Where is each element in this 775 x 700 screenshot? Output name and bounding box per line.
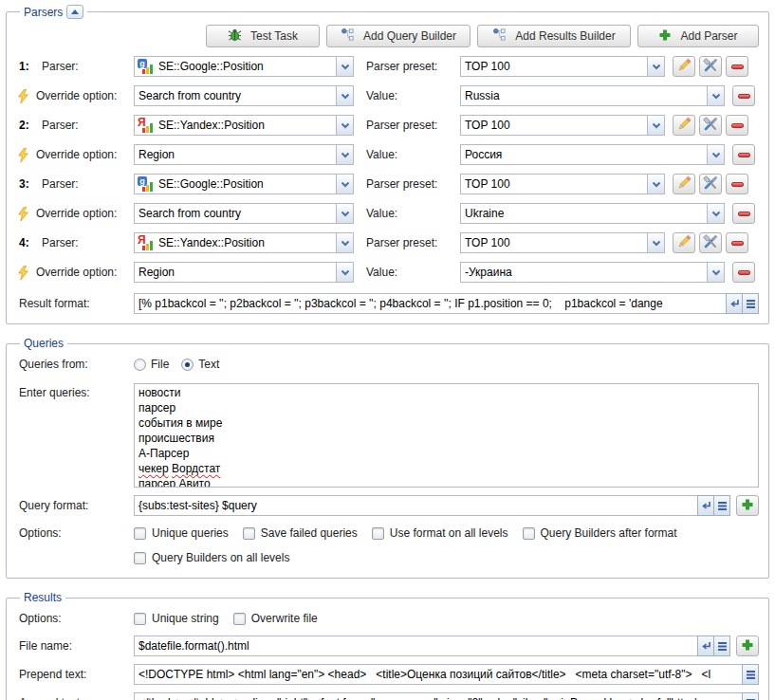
collapse-parsers-button[interactable]	[66, 5, 83, 19]
parser-preset-value: TOP 100	[461, 177, 647, 191]
override-value-select[interactable]: Ukraine	[460, 203, 725, 224]
add-parser-button[interactable]: Add Parser	[637, 25, 759, 47]
remove-parser-button[interactable]	[726, 115, 748, 136]
radio-text[interactable]: Text	[181, 358, 219, 371]
result-format-input[interactable]	[134, 293, 727, 314]
override-option-select[interactable]: Search from country	[134, 85, 354, 106]
parser-preset-select[interactable]: TOP 100	[460, 174, 665, 194]
override-option-select[interactable]: Region	[134, 262, 354, 283]
chevron-down-icon[interactable]	[336, 145, 353, 164]
return-arrow-icon[interactable]	[726, 293, 743, 314]
append-text-input[interactable]	[134, 692, 743, 700]
checkbox-overwrite-file[interactable]: Overwrite file	[233, 612, 318, 625]
chevron-down-icon[interactable]	[336, 263, 353, 282]
checkbox-unique-queries[interactable]: Unique queries	[134, 526, 229, 540]
add-query-builder-button[interactable]: Add Query Builder	[326, 25, 471, 47]
plus-icon	[741, 638, 754, 654]
override-value-select[interactable]: Russia	[460, 85, 725, 106]
checkbox-use-format-all-levels[interactable]: Use format on all levels	[372, 526, 508, 540]
parser-settings-button[interactable]	[699, 232, 722, 253]
chevron-down-icon[interactable]	[647, 233, 664, 252]
chevron-down-icon[interactable]	[647, 116, 664, 135]
override-row-4: Override option: Region Value: -Украина	[16, 262, 759, 283]
add-results-builder-button[interactable]: Add Results Builder	[477, 25, 631, 47]
override-row-2: Override option: Region Value: Россия	[16, 144, 759, 165]
minus-icon	[738, 270, 750, 275]
override-value: Ukraine	[461, 207, 707, 220]
list-icon[interactable]	[713, 495, 730, 516]
list-icon[interactable]	[742, 692, 759, 700]
chevron-down-icon[interactable]	[336, 86, 353, 105]
override-value-select[interactable]: Россия	[460, 144, 725, 165]
edit-preset-button[interactable]	[673, 232, 695, 253]
parser-select[interactable]: Я SE::Yandex::Position	[134, 232, 354, 253]
override-value: Россия	[461, 148, 707, 161]
checkbox-unique-string[interactable]: Unique string	[134, 612, 219, 625]
prepend-text-input[interactable]	[134, 664, 743, 685]
parser-preset-label: Parser preset:	[366, 236, 460, 249]
queries-from-label: Queries from:	[16, 358, 88, 371]
query-format-input[interactable]	[134, 495, 698, 516]
return-arrow-icon[interactable]	[697, 495, 714, 516]
parsers-toolbar: Test Task Add Query Builder Add Results …	[16, 25, 759, 47]
tools-icon	[703, 117, 718, 135]
parser-preset-select[interactable]: TOP 100	[460, 115, 665, 136]
parser-number: 4:	[16, 236, 42, 249]
lightning-icon	[17, 89, 31, 103]
chevron-down-icon[interactable]	[336, 175, 353, 193]
remove-override-button[interactable]	[732, 144, 755, 165]
remove-override-button[interactable]	[732, 203, 755, 224]
remove-override-button[interactable]	[732, 85, 755, 106]
remove-parser-button[interactable]	[726, 56, 748, 77]
list-icon[interactable]	[742, 664, 759, 685]
parser-select[interactable]: g SE::Google::Position	[134, 174, 354, 194]
minus-icon	[731, 64, 744, 69]
parser-select-value: SE::Yandex::Position	[155, 236, 336, 249]
parser-preset-label: Parser preset:	[366, 119, 460, 132]
list-icon[interactable]	[713, 636, 730, 656]
edit-preset-button[interactable]	[673, 56, 695, 77]
radio-file[interactable]: File	[134, 358, 169, 371]
chevron-down-icon[interactable]	[707, 204, 724, 223]
parser-settings-button[interactable]	[699, 115, 722, 136]
queries-options-row-2: Query Builders on all levels	[16, 547, 759, 568]
parser-preset-select[interactable]: TOP 100	[460, 56, 665, 77]
file-name-input[interactable]	[134, 636, 698, 656]
return-arrow-icon[interactable]	[697, 636, 714, 656]
test-task-button[interactable]: Test Task	[206, 25, 320, 47]
edit-preset-button[interactable]	[673, 174, 695, 194]
chevron-down-icon[interactable]	[336, 116, 353, 135]
query-format-row: Query format:	[16, 495, 759, 516]
chevron-down-icon[interactable]	[336, 204, 353, 223]
list-icon[interactable]	[742, 293, 759, 314]
query-format-label: Query format:	[16, 499, 88, 512]
checkbox-save-failed-queries[interactable]: Save failed queries	[243, 526, 358, 540]
checkbox-query-builders-all-levels[interactable]: Query Builders on all levels	[134, 551, 289, 564]
override-option-select[interactable]: Search from country	[134, 203, 354, 224]
override-option-select[interactable]: Region	[134, 144, 354, 165]
parser-settings-button[interactable]	[699, 174, 722, 194]
chevron-down-icon[interactable]	[707, 86, 724, 105]
remove-override-button[interactable]	[732, 262, 755, 283]
chevron-down-icon[interactable]	[336, 233, 353, 252]
parser-number: 2:	[16, 119, 42, 132]
chevron-down-icon[interactable]	[707, 145, 724, 164]
parser-settings-button[interactable]	[699, 56, 722, 77]
queries-textarea[interactable]: новостипарсерсобытия в мирепроисшествияА…	[134, 383, 759, 488]
chevron-down-icon[interactable]	[336, 57, 353, 76]
chevron-down-icon[interactable]	[707, 263, 724, 282]
queries-options-label: Options:	[16, 526, 62, 540]
override-value-select[interactable]: -Украина	[460, 262, 725, 283]
checkbox-query-builders-after-format[interactable]: Query Builders after format	[523, 526, 677, 540]
edit-preset-button[interactable]	[673, 115, 695, 136]
chevron-down-icon[interactable]	[647, 57, 664, 76]
add-file-name-button[interactable]	[736, 636, 759, 656]
parser-select[interactable]: g SE::Google::Position	[134, 56, 354, 77]
value-label: Value:	[366, 207, 460, 220]
remove-parser-button[interactable]	[726, 232, 748, 253]
add-query-format-button[interactable]	[736, 495, 759, 516]
parser-preset-select[interactable]: TOP 100	[460, 232, 665, 253]
remove-parser-button[interactable]	[726, 174, 748, 194]
parser-select[interactable]: Я SE::Yandex::Position	[134, 115, 354, 136]
chevron-down-icon[interactable]	[647, 175, 664, 193]
